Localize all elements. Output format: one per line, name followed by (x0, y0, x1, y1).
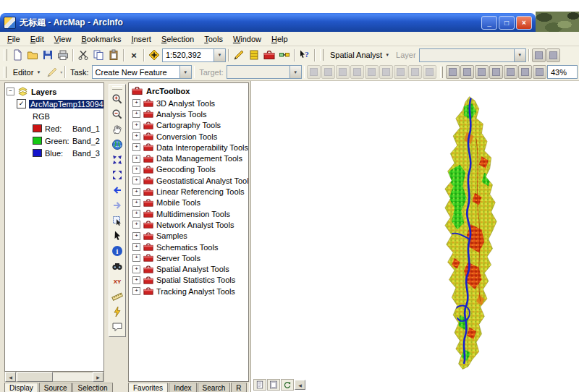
select-elements-button[interactable] (110, 229, 124, 243)
scroll-left-icon[interactable]: ◀ (5, 372, 16, 382)
arccatalog-button[interactable] (247, 48, 261, 62)
expand-icon[interactable]: + (132, 110, 140, 118)
toolset-row[interactable]: + Linear Referencing Tools (132, 186, 248, 197)
arctoolbox-button[interactable] (262, 48, 276, 62)
endpoint-arc-icon[interactable] (408, 65, 422, 79)
toc-root-row[interactable]: − Layers (7, 85, 102, 98)
overview-window-icon[interactable] (489, 65, 503, 79)
distance-tool-icon[interactable] (336, 65, 350, 79)
spatial-analyst-menu[interactable]: Spatial Analyst ▼ (326, 49, 393, 61)
midpoint-tool-icon[interactable] (365, 65, 379, 79)
dropdown-arrow-icon[interactable]: ▾ (60, 69, 62, 74)
zoom-in-button[interactable] (110, 92, 124, 106)
cut-button[interactable] (76, 48, 90, 62)
effects-icon[interactable] (533, 65, 546, 79)
toolbar-grip[interactable] (112, 86, 122, 90)
next-extent-button[interactable] (110, 198, 124, 213)
toolset-row[interactable]: + Mobile Tools (132, 197, 248, 208)
task-combo[interactable]: Create New Feature ▼ (92, 65, 192, 79)
menu-item[interactable]: Tools (199, 33, 228, 45)
go-to-xy-button[interactable]: XY (110, 274, 124, 289)
delete-button[interactable]: × (127, 48, 141, 62)
toc-horizontal-scrollbar[interactable]: ◀ ▶ (4, 372, 104, 382)
toolbar-grip[interactable] (320, 49, 324, 61)
measure-button[interactable] (110, 289, 124, 304)
menu-item[interactable]: Edit (25, 33, 49, 45)
save-button[interactable] (41, 48, 55, 62)
expand-icon[interactable]: + (132, 155, 140, 163)
minimize-button[interactable]: _ (481, 16, 497, 30)
editor-toolbar-button[interactable] (232, 48, 246, 62)
tab-favorites[interactable]: Favorites (128, 383, 168, 392)
pan-button[interactable] (110, 122, 124, 137)
expand-icon[interactable]: + (132, 132, 140, 140)
expand-icon[interactable]: + (132, 287, 140, 295)
expand-icon[interactable]: + (132, 265, 140, 273)
toolset-row[interactable]: + Analysis Tools (132, 108, 248, 119)
toolset-row[interactable]: + Geocoding Tools (132, 164, 248, 175)
find-button[interactable] (110, 259, 124, 273)
toolset-row[interactable]: + Data Management Tools (132, 153, 248, 163)
whats-this-button[interactable] (297, 48, 312, 62)
edit-vertex-icon[interactable] (423, 65, 436, 79)
menu-item[interactable]: Help (266, 33, 293, 45)
full-extent-button[interactable] (110, 137, 124, 152)
intersection-tool-icon[interactable] (350, 65, 364, 79)
toolset-row[interactable]: + Geostatistical Analyst Tools (132, 175, 248, 186)
tab-display[interactable]: Display (4, 383, 38, 392)
toolset-row[interactable]: + Spatial Statistics Tools (132, 275, 248, 286)
hyperlink-button[interactable] (110, 304, 124, 319)
image-window-icon[interactable] (446, 65, 460, 79)
toc-band-row[interactable]: Red: Band_1 (33, 122, 102, 135)
toc-band-row[interactable]: Blue: Band_3 (33, 147, 102, 159)
expand-icon[interactable]: + (132, 122, 140, 129)
menu-item[interactable]: Window (228, 33, 266, 45)
viewer-window-icon[interactable] (475, 65, 489, 79)
map-scale-combo[interactable]: 1:520,392 ▼ (162, 48, 226, 62)
arctoolbox-header[interactable]: ArcToolbox (129, 83, 248, 98)
expand-icon[interactable]: + (132, 199, 140, 207)
maximize-button[interactable]: □ (499, 16, 515, 30)
sketch-pencil-button[interactable] (45, 65, 59, 80)
dropdown-arrow-icon[interactable]: ▼ (179, 66, 191, 78)
histogram-icon[interactable] (532, 48, 546, 62)
toolset-row[interactable]: + Samples (132, 231, 248, 242)
menu-item[interactable]: Bookmarks (76, 33, 126, 45)
toolset-row[interactable]: + Network Analyst Tools (132, 219, 248, 230)
toolset-row[interactable]: + Cartography Tools (132, 120, 248, 131)
refresh-view-button[interactable] (281, 379, 294, 391)
sketch-tool-icon[interactable] (307, 65, 321, 79)
dropdown-arrow-icon[interactable]: ▼ (214, 49, 225, 61)
toc-band-row[interactable]: Green: Band_2 (33, 135, 102, 147)
paste-button[interactable] (106, 48, 121, 62)
magnifier-window-icon[interactable] (460, 65, 474, 79)
expand-icon[interactable]: + (132, 166, 140, 174)
copy-button[interactable] (91, 48, 106, 62)
scroll-right-icon[interactable]: ▶ (93, 372, 103, 382)
menu-item[interactable]: Selection (156, 33, 199, 45)
toc-rgb-row[interactable]: RGB (33, 110, 102, 122)
toolset-row[interactable]: + Tracking Analyst Tools (132, 286, 248, 297)
expand-icon[interactable]: + (132, 176, 140, 184)
arc-tool-icon[interactable] (321, 65, 335, 79)
layer-list-icon[interactable] (546, 48, 560, 62)
layout-view-button[interactable] (267, 379, 280, 391)
close-button[interactable]: × (516, 16, 532, 30)
expand-icon[interactable]: + (132, 276, 140, 284)
toc-layer-row[interactable]: ✓ ArcMapTemp113094 (17, 98, 102, 110)
expand-icon[interactable]: + (132, 188, 140, 196)
tab-source[interactable]: Source (39, 383, 72, 392)
expand-icon[interactable]: + (132, 221, 140, 229)
dropdown-arrow-icon[interactable]: ▼ (290, 66, 301, 78)
trace-tool-icon[interactable] (394, 65, 407, 79)
target-combo[interactable]: ▼ (227, 65, 302, 79)
expand-icon[interactable]: + (132, 99, 140, 107)
layer-visibility-checkbox[interactable]: ✓ (17, 99, 26, 108)
add-data-button[interactable] (147, 48, 161, 62)
transparency-combo[interactable]: 43% (547, 65, 578, 79)
toolset-row[interactable]: + Data Interoperability Tools (132, 142, 248, 153)
raster-map-document[interactable] (422, 84, 531, 383)
identify-button[interactable]: i (110, 244, 124, 258)
expand-icon[interactable]: + (132, 243, 140, 251)
menu-item[interactable]: View (49, 33, 77, 45)
